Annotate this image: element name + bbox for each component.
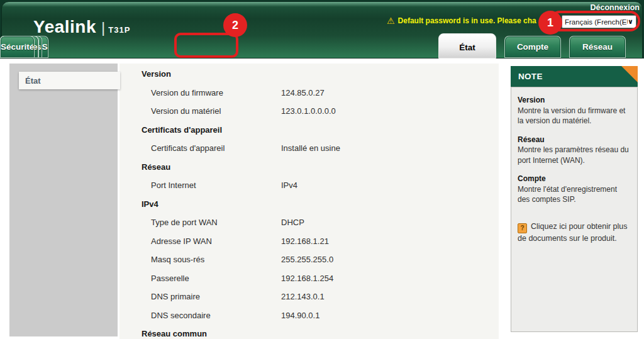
status-value: IPv4 (281, 181, 297, 190)
tab-securite[interactable]: Sécurité (0, 36, 35, 58)
note-section: Version Montre la version du firmware et… (518, 95, 630, 126)
status-label: Port Internet (151, 181, 196, 190)
status-value: 192.168.1.21 (281, 236, 329, 246)
status-value: 255.255.255.0 (281, 255, 333, 264)
status-row: Port InternetIPv4 (119, 176, 499, 195)
status-rows: Version Version du firmware124.85.0.27 V… (119, 65, 499, 339)
status-row: Adresse IP WAN192.168.1.21 (119, 232, 499, 251)
status-value: 192.168.1.254 (281, 274, 333, 283)
status-row: DNS secondaire194.90.0.1 (119, 306, 499, 325)
status-value: 123.0.1.0.0.0.0 (281, 106, 336, 116)
note-section-text: Montre les paramètres réseau du port Int… (518, 145, 630, 165)
status-label: Version du firmware (151, 88, 223, 97)
sidebar-item-etat[interactable]: État (19, 72, 120, 89)
default-password-warning: ⚠ Default password is in use. Please cha (387, 16, 536, 25)
status-row: DNS primaire212.143.0.1 (119, 287, 499, 306)
status-label: Version du matériel (151, 106, 221, 116)
annotation-circle-2: 2 (223, 13, 247, 37)
status-label: Type de port WAN (151, 218, 218, 227)
section-heading: Réseau (119, 158, 499, 177)
status-value: 212.143.0.1 (281, 292, 325, 301)
annotation-box-compte (174, 33, 238, 58)
sidebar-item-label: État (19, 76, 41, 86)
note-section-heading: Compte (518, 174, 630, 184)
status-value: 124.85.0.27 (281, 88, 325, 97)
status-row: Version du firmware124.85.0.27 (119, 84, 499, 103)
status-label: Passerelle (151, 274, 189, 283)
note-section-heading: Réseau (518, 135, 630, 145)
brand-name: Yealink (33, 17, 96, 37)
tab-etat[interactable]: État (438, 33, 496, 58)
note-panel: Version Montre la version du firmware et… (511, 87, 638, 332)
section-heading: Version (119, 65, 499, 84)
status-label: Masq sous-rés (151, 255, 204, 264)
note-section-text: Montre l'état d'enregistrement des compt… (518, 184, 630, 205)
status-label: Adresse IP WAN (151, 236, 212, 246)
status-row: Masq sous-rés255.255.255.0 (119, 250, 499, 269)
status-value: Installé en usine (281, 143, 340, 153)
logo-divider: | (101, 19, 105, 36)
warning-text: Default password is in use. Please cha (398, 16, 536, 25)
status-row: Version du matériel123.0.1.0.0.0.0 (119, 102, 499, 121)
warning-icon: ⚠ (387, 16, 395, 25)
section-heading: Certificats d'appareil (119, 121, 499, 140)
note-section: Compte Montre l'état d'enregistrement de… (518, 174, 630, 205)
folded-corner-icon (621, 66, 638, 82)
question-doc-icon[interactable]: ? (518, 223, 527, 233)
status-row: Passerelle192.168.1.254 (119, 269, 499, 288)
annotation-box-language (550, 11, 640, 31)
status-value: 194.90.0.1 (281, 311, 319, 320)
doc-link-text: Cliquez ici pour obtenir plus de documen… (518, 222, 628, 243)
annotation-circle-1: 1 (538, 11, 562, 35)
note-section-heading: Version (518, 95, 630, 106)
tab-compte[interactable]: Compte (504, 36, 561, 58)
note-section-text: Montre la version du firmware et la vers… (518, 106, 630, 126)
status-label: DNS secondaire (151, 311, 211, 320)
note-title: NOTE (518, 66, 543, 87)
section-heading: Réseau commun (119, 325, 499, 339)
status-label: Certificats d'appareil (151, 143, 225, 153)
doc-link[interactable]: ?Cliquez ici pour obtenir plus de docume… (518, 221, 630, 245)
tab-reseau[interactable]: Réseau (569, 36, 626, 58)
status-value: DHCP (281, 218, 304, 227)
note-panel-header: NOTE (511, 66, 638, 87)
status-content-panel: Version Version du firmware124.85.0.27 V… (119, 64, 499, 339)
sidebar (9, 64, 118, 336)
model-label: T31P (108, 25, 130, 35)
yealink-web-ui: Yealink | T31P Déconnexion ⚠ Default pas… (0, 0, 644, 339)
status-label: DNS primaire (151, 292, 200, 301)
status-row: Type de port WANDHCP (119, 213, 499, 232)
section-heading: IPv4 (119, 195, 499, 214)
brand-logo: Yealink | T31P (33, 17, 130, 37)
status-row: Certificats d'appareilInstallé en usine (119, 139, 499, 158)
note-section: Réseau Montre les paramètres réseau du p… (518, 135, 630, 166)
